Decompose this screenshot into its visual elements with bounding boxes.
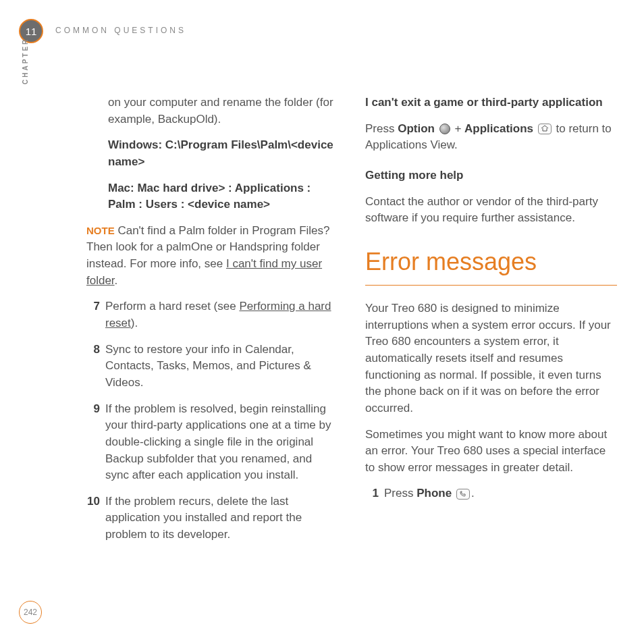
steps-list: 7 Perform a hard reset (see Performing a…	[86, 298, 338, 543]
chapter-number: 11	[26, 26, 37, 37]
note-paragraph: NOTE Can't find a Palm folder in Program…	[86, 223, 338, 290]
error-step-1: 1 Press Phone .	[365, 485, 617, 502]
step-10: 10 If the problem recurs, delete the las…	[86, 493, 338, 543]
cant-exit-text: Press Option + Applications to return to…	[365, 121, 617, 154]
step-text: Press Phone .	[384, 485, 617, 502]
error-p2: Sometimes you might want to know more ab…	[365, 427, 617, 477]
step-number: 1	[365, 485, 384, 502]
step-text: If the problem is resolved, begin reinst…	[105, 401, 338, 484]
more-help-heading: Getting more help	[365, 167, 617, 184]
step-7: 7 Perform a hard reset (see Performing a…	[86, 298, 338, 331]
intro-paragraph: on your computer and rename the folder (…	[108, 95, 338, 128]
error-messages-heading: Error messages	[365, 244, 617, 286]
step-number: 8	[86, 342, 105, 392]
note-text-b: .	[115, 274, 118, 287]
phone-key-icon	[456, 489, 470, 500]
step-text: Sync to restore your info in Calendar, C…	[105, 342, 338, 392]
right-column: I can't exit a game or third-party appli…	[365, 95, 617, 553]
step-text: Perform a hard reset (see Performing a h…	[105, 298, 338, 331]
step-number: 9	[86, 401, 105, 484]
home-key-icon	[538, 124, 552, 134]
mac-path: Mac: Mac hard drive> : Applications : Pa…	[108, 180, 338, 213]
step-number: 10	[86, 493, 105, 543]
chapter-label-vertical: CHAPTER	[22, 38, 29, 84]
phone-key-label: Phone	[417, 487, 452, 500]
page-number: 242	[24, 608, 37, 617]
option-key-label: Option	[398, 122, 435, 135]
note-label: NOTE	[86, 225, 115, 236]
page-number-badge: 242	[19, 601, 42, 624]
step-text: If the problem recurs, delete the last a…	[105, 493, 338, 543]
error-p1: Your Treo 680 is designed to minimize in…	[365, 300, 617, 417]
option-key-icon	[439, 124, 450, 134]
step-9: 9 If the problem is resolved, begin rein…	[86, 401, 338, 484]
applications-key-label: Applications	[464, 122, 533, 135]
running-header: COMMON QUESTIONS	[55, 26, 186, 35]
cant-exit-heading: I can't exit a game or third-party appli…	[365, 95, 617, 111]
step-8: 8 Sync to restore your info in Calendar,…	[86, 342, 338, 392]
more-help-text: Contact the author or vendor of the thir…	[365, 194, 617, 227]
error-steps: 1 Press Phone .	[365, 485, 617, 502]
step-number: 7	[86, 298, 105, 331]
left-column: on your computer and rename the folder (…	[86, 95, 338, 553]
windows-path: Windows: C:\Program Files\Palm\<device n…	[108, 137, 338, 170]
